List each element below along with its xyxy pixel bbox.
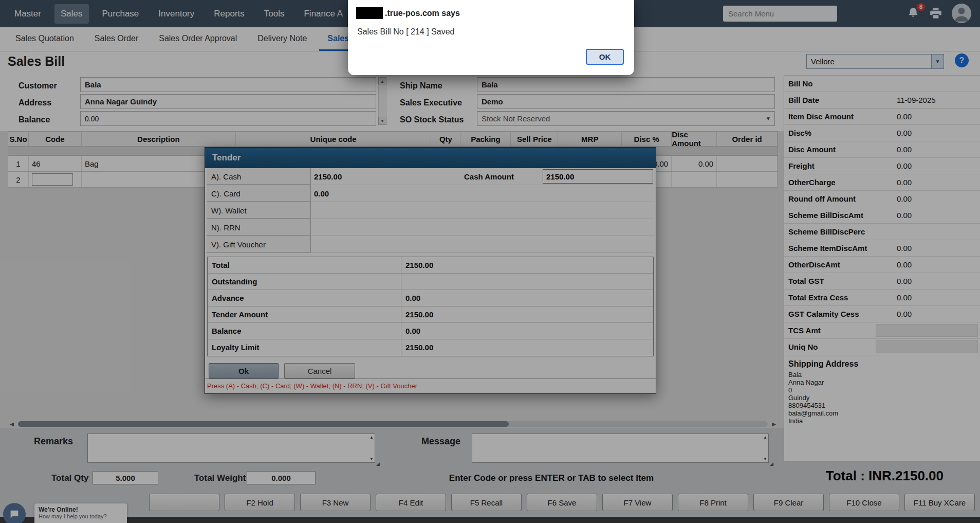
browser-alert-dialog: .true-pos.com says Sales Bill No [ 214 ]…: [348, 0, 634, 75]
dim-overlay: [0, 0, 980, 523]
sales-bill-page: Master Sales Purchase Inventory Reports …: [0, 0, 980, 523]
alert-title: .true-pos.com says: [385, 9, 460, 18]
alert-message: Sales Bill No [ 214 ] Saved: [357, 27, 454, 37]
alert-ok-button[interactable]: OK: [586, 49, 624, 65]
redacted-subdomain: [356, 7, 383, 19]
